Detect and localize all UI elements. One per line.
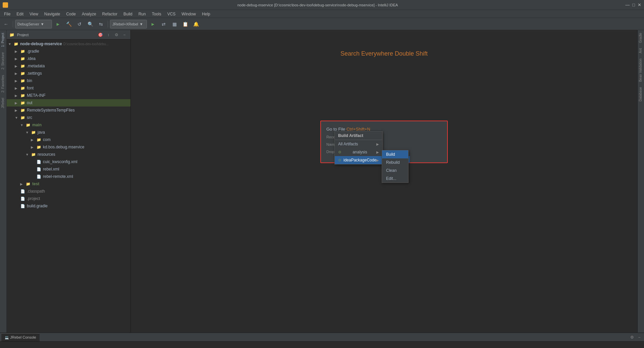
dot-icon: 📄 <box>20 189 25 194</box>
tree-item-font[interactable]: ▶ 📁 font <box>7 84 130 92</box>
build-artifact-title: Build Artifact <box>335 132 382 140</box>
tree-item-idea[interactable]: ▶ 📁 .idea <box>7 55 130 62</box>
menu-code[interactable]: Code <box>63 11 78 17</box>
menu-edit[interactable]: Edit <box>14 11 26 17</box>
run-config-dropdown[interactable]: DebugServer ▼ <box>15 20 52 28</box>
menu-tools[interactable]: Tools <box>149 11 164 17</box>
big-dialog: Go to File Ctrl+Shift+N Recer Navig Drop… <box>320 121 448 163</box>
scope-button[interactable]: 🎯 <box>97 31 104 38</box>
tree-item-settings[interactable]: ▶ 📁 .settings <box>7 70 130 77</box>
jrebel-prev-button[interactable]: ⇆ <box>96 19 106 29</box>
menu-run[interactable]: Run <box>136 11 149 17</box>
search-everywhere-text: Search Everywhere <box>340 50 393 57</box>
tree-item-main[interactable]: ▼ 📁 main <box>7 121 130 129</box>
ant-side-tab[interactable]: Ant <box>638 46 644 56</box>
maximize-button[interactable]: □ <box>632 2 635 7</box>
idea-package-label: ideaPackageCode <box>343 158 376 162</box>
menu-analyze[interactable]: Analyze <box>79 11 99 17</box>
item-label: .settings <box>27 71 42 76</box>
menu-navigate[interactable]: Navigate <box>42 11 63 17</box>
search-structure-button[interactable]: 📋 <box>180 19 190 29</box>
tree-root[interactable]: ▼ 📁 node-debug-mservice D:\cosmic\bos-de… <box>7 40 130 48</box>
menu-build[interactable]: Build <box>121 11 135 17</box>
action-rebuild[interactable]: Rebuild <box>382 158 408 166</box>
project-tab[interactable]: 1: Project <box>0 30 6 50</box>
gradle-icon[interactable]: ▦ <box>170 19 179 29</box>
tree-item-cuic[interactable]: ▶ 📄 cuic_kwsconfig.xml <box>7 158 130 165</box>
action-edit[interactable]: Edit... <box>382 175 408 183</box>
bottom-settings-icon[interactable]: ⚙ <box>629 334 635 341</box>
menu-window[interactable]: Window <box>179 11 199 17</box>
folder-icon: 📁 <box>20 93 25 98</box>
tree-item-remote[interactable]: ▶ 📁 RemoteSystemsTempFiles <box>7 107 130 114</box>
reload-button[interactable]: ↺ <box>75 19 84 29</box>
menu-file[interactable]: File <box>1 11 13 17</box>
notifications-button[interactable]: 🔔 <box>191 19 201 29</box>
back-button[interactable]: ← <box>1 19 11 29</box>
menu-view[interactable]: View <box>27 11 41 17</box>
settings-gear-icon[interactable]: ⚙ <box>113 31 120 38</box>
build-artifact-menu: Build Artifact All Artifacts ▶ ⚙ analysi… <box>334 131 383 164</box>
analysis-item[interactable]: ⚙ analysis ▶ <box>335 148 382 156</box>
tree-item-kd[interactable]: ▶ 📁 kd.bos.debug.mservice <box>7 143 130 151</box>
tree-item-metadata[interactable]: ▶ 📁 .metadata <box>7 62 130 70</box>
all-artifacts-label: All Artifacts <box>338 142 358 146</box>
tree-item-build-gradle[interactable]: ▶ 📄 build.gradle <box>7 202 130 210</box>
minimize-button[interactable]: — <box>625 2 630 7</box>
tree-item-gradle[interactable]: ▶ 📁 .gradle <box>7 48 130 55</box>
jrebel-side-tab[interactable]: JRebel <box>0 95 6 111</box>
tree-item-out[interactable]: ▶ 📁 out <box>7 99 130 107</box>
arrow-icon: ▶ <box>15 101 20 105</box>
tree-item-src[interactable]: ▼ 📁 src <box>7 114 130 121</box>
menu-help[interactable]: Help <box>199 11 213 17</box>
tree-item-test[interactable]: ▶ 📁 test <box>7 180 130 188</box>
gradle-side-tab[interactable]: Gradle <box>638 30 644 46</box>
folder-icon: 📁 <box>20 71 25 76</box>
tree-item-java[interactable]: ▼ 📁 java <box>7 129 130 136</box>
action-clean[interactable]: Clean <box>382 166 408 175</box>
favorites-tab[interactable]: 2: Favorites <box>0 72 6 95</box>
tree-item-com[interactable]: ▶ 📁 com <box>7 136 130 143</box>
menu-vcs[interactable]: VCS <box>165 11 178 17</box>
menu-refactor[interactable]: Refactor <box>100 11 120 17</box>
search-button[interactable]: 🔍 <box>86 19 95 29</box>
item-label: out <box>27 100 33 105</box>
folder-icon: 📁 <box>25 181 31 187</box>
jrebel-run-button[interactable]: ► <box>148 19 158 29</box>
jrebel-console-tab[interactable]: 💻 JRebel Console <box>1 333 40 341</box>
project-panel-title: Project <box>17 33 96 37</box>
item-label: font <box>27 86 34 90</box>
action-build[interactable]: Build <box>382 150 408 158</box>
bottom-panel: 💻 JRebel Console ⚙ − <box>0 333 644 348</box>
arrow-icon: ▼ <box>20 123 25 127</box>
collapse-all-button[interactable]: ↕ <box>105 31 112 38</box>
arrow-icon: ▶ <box>20 182 25 186</box>
goto-shortcut-keys: Ctrl+Shift+N <box>346 127 370 132</box>
jrebel-console-label: JRebel Console <box>10 335 36 339</box>
bottom-close-icon[interactable]: − <box>636 334 643 341</box>
item-label: src <box>27 115 32 120</box>
close-panel-button[interactable]: − <box>121 31 128 38</box>
folder-icon: 📁 <box>20 49 25 54</box>
build-button[interactable]: 🔨 <box>64 19 73 29</box>
menu-bar: File Edit View Navigate Code Analyze Ref… <box>0 10 644 18</box>
tree-item-project-file[interactable]: ▶ 📄 .project <box>7 195 130 202</box>
title-bar: node-debug-mservice [D:\cosmic\bos-dev-t… <box>0 0 644 10</box>
run-button[interactable]: ► <box>53 19 63 29</box>
jrebel-dropdown[interactable]: JRebel+XRebel ▼ <box>110 20 147 28</box>
tree-item-resources[interactable]: ▼ 📁 resources <box>7 151 130 158</box>
tree-item-metainf[interactable]: ▶ 📁 META-INF <box>7 92 130 99</box>
tree-item-rebel[interactable]: ▶ 📄 rebel.xml <box>7 165 130 173</box>
idea-package-code-item[interactable]: ⚙ ideaPackageCode ▶ Action <box>335 156 382 164</box>
arrow-icon: ▶ <box>15 86 20 90</box>
database-tab[interactable]: Database <box>638 84 644 104</box>
tree-item-bin[interactable]: ▶ 📁 bin <box>7 77 130 84</box>
structure-tab[interactable]: 2: Structure <box>0 50 6 72</box>
all-artifacts-item[interactable]: All Artifacts ▶ <box>335 140 382 148</box>
close-button[interactable]: ✕ <box>638 2 641 7</box>
jrebel-sync-button[interactable]: ⇄ <box>159 19 168 29</box>
tree-item-rebel-remote[interactable]: ▶ 📄 rebel-remote.xml <box>7 173 130 180</box>
tree-item-classpath[interactable]: ▶ 📄 .classpath <box>7 188 130 195</box>
jrebel-icon: 💻 <box>5 336 9 339</box>
bean-validation-tab[interactable]: Bean Validation <box>638 56 644 84</box>
